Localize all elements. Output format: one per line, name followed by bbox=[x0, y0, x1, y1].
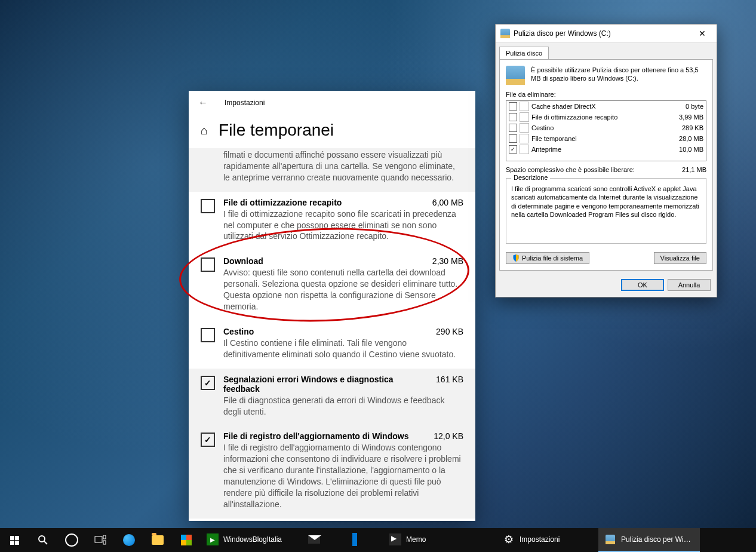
close-icon[interactable]: ✕ bbox=[690, 25, 714, 42]
files-to-delete-label: File da eliminare: bbox=[506, 91, 706, 98]
file-name: Cestino bbox=[531, 124, 680, 131]
taskbar-task[interactable] bbox=[343, 528, 383, 552]
taskbar-task[interactable] bbox=[302, 528, 343, 552]
task-label: WindowsBlogItalia bbox=[223, 535, 282, 544]
tab-cleanup[interactable]: Pulizia disco bbox=[499, 47, 549, 59]
item-description: I file di ottimizzazione recapito sono f… bbox=[223, 208, 463, 243]
checkbox[interactable] bbox=[201, 257, 215, 272]
drive-icon bbox=[506, 66, 525, 85]
checkbox[interactable] bbox=[509, 145, 517, 154]
home-icon[interactable]: ⌂ bbox=[201, 124, 208, 137]
app-icon: ▶ bbox=[207, 533, 219, 545]
description-text: I file di programma scaricati sono contr… bbox=[511, 185, 701, 219]
info-text: È possibile utilizzare Pulizia disco per… bbox=[531, 66, 706, 83]
settings-window: ← Impostazioni ⌂ File temporanei filmati… bbox=[189, 91, 475, 521]
item-title: File di ottimizzazione recapito bbox=[223, 198, 342, 207]
svg-rect-4 bbox=[103, 541, 106, 544]
titlebar[interactable]: Pulizia disco per Windows (C:) ✕ bbox=[496, 24, 717, 43]
item-description: I file di registro dell'aggiornamento di… bbox=[223, 442, 463, 510]
taskbar-task[interactable]: ▶WindowsBlogItalia bbox=[201, 528, 302, 552]
memo-icon bbox=[389, 533, 401, 545]
item-size: 290 KB bbox=[436, 327, 463, 336]
file-icon bbox=[520, 123, 529, 133]
app-icon bbox=[349, 533, 361, 545]
checkbox[interactable] bbox=[509, 113, 517, 121]
taskbar-task[interactable]: Memo bbox=[383, 528, 485, 552]
edge-button[interactable] bbox=[115, 528, 143, 552]
view-files-label: Visualizza file bbox=[660, 254, 700, 262]
item-title: File di registro dell'aggiornamento di W… bbox=[223, 431, 408, 441]
tab-content: È possibile utilizzare Pulizia disco per… bbox=[499, 59, 713, 271]
task-label: Pulizia disco per Wi… bbox=[621, 535, 691, 544]
view-files-button[interactable]: Visualizza file bbox=[654, 252, 706, 264]
mail-icon bbox=[308, 533, 320, 545]
file-name: Cache shader DirectX bbox=[531, 103, 683, 110]
temp-file-item[interactable]: filmati e documenti affinché possano ess… bbox=[189, 148, 475, 192]
task-view-button[interactable] bbox=[86, 528, 115, 552]
file-row[interactable]: Cestino289 KB bbox=[506, 122, 706, 133]
file-name: Anteprime bbox=[531, 146, 677, 153]
cancel-button[interactable]: Annulla bbox=[668, 279, 711, 291]
file-row[interactable]: File temporanei28,0 MB bbox=[506, 133, 706, 144]
page-title: File temporanei bbox=[219, 121, 334, 140]
temp-files-list[interactable]: filmati e documenti affinché possano ess… bbox=[189, 148, 475, 521]
file-name: File temporanei bbox=[531, 135, 677, 142]
search-button[interactable] bbox=[29, 528, 57, 552]
temp-file-item[interactable]: Download2,30 MBAvviso: questi file sono … bbox=[197, 250, 467, 321]
file-icon bbox=[520, 145, 529, 154]
total-label: Spazio complessivo che è possibile liber… bbox=[506, 166, 635, 173]
item-size: 2,30 MB bbox=[432, 256, 463, 266]
window-title: Pulizia disco per Windows (C:) bbox=[514, 29, 611, 38]
gear-icon: ⚙ bbox=[503, 533, 515, 545]
item-description: File di diagnostica generati da errori d… bbox=[223, 395, 463, 418]
item-size: 12,0 KB bbox=[434, 431, 463, 441]
checkbox[interactable] bbox=[509, 124, 517, 132]
item-size: 6,00 MB bbox=[432, 198, 463, 207]
checkbox[interactable] bbox=[201, 376, 215, 390]
item-title: Segnalazioni errori Windows e diagnostic… bbox=[223, 375, 431, 394]
temp-file-item[interactable]: File di ottimizzazione recapito6,00 MBI … bbox=[197, 192, 467, 251]
file-size: 0 byte bbox=[686, 103, 703, 110]
task-label: Memo bbox=[406, 535, 426, 544]
svg-rect-2 bbox=[95, 536, 102, 542]
back-icon[interactable]: ← bbox=[198, 97, 208, 108]
cortana-icon bbox=[65, 533, 78, 547]
item-description: Avviso: questi file sono contenuti nella… bbox=[223, 267, 463, 312]
shield-icon bbox=[512, 254, 520, 262]
file-list[interactable]: Cache shader DirectX0 byteFile di ottimi… bbox=[506, 100, 706, 161]
file-icon bbox=[520, 134, 529, 143]
item-title: Download bbox=[223, 256, 263, 266]
disk-icon bbox=[500, 29, 510, 38]
store-icon bbox=[181, 535, 192, 545]
file-size: 28,0 MB bbox=[679, 135, 703, 142]
edge-icon bbox=[123, 534, 135, 546]
explorer-button[interactable] bbox=[143, 528, 172, 552]
cortana-button[interactable] bbox=[57, 528, 86, 552]
checkbox[interactable] bbox=[201, 433, 215, 447]
checkbox[interactable] bbox=[201, 328, 215, 342]
description-title: Descrizione bbox=[511, 174, 550, 181]
file-row[interactable]: File di ottimizzazione recapito3,99 MB bbox=[506, 112, 706, 122]
item-description: filmati e documenti affinché possano ess… bbox=[223, 149, 463, 183]
file-row[interactable]: Cache shader DirectX0 byte bbox=[506, 101, 706, 112]
file-size: 289 KB bbox=[682, 124, 703, 131]
item-description: Il Cestino contiene i file eliminati. Ta… bbox=[223, 338, 463, 360]
ok-button[interactable]: OK bbox=[621, 279, 664, 291]
item-size: 161 KB bbox=[436, 375, 463, 394]
temp-file-item[interactable]: Cestino290 KBIl Cestino contiene i file … bbox=[197, 321, 467, 369]
checkbox[interactable] bbox=[509, 134, 517, 143]
start-button[interactable] bbox=[0, 528, 29, 552]
checkbox[interactable] bbox=[201, 199, 215, 213]
task-label: Impostazioni bbox=[520, 535, 560, 544]
temp-file-item[interactable]: Segnalazioni errori Windows e diagnostic… bbox=[189, 369, 475, 426]
total-value: 21,1 MB bbox=[682, 166, 706, 173]
system-files-button[interactable]: Pulizia file di sistema bbox=[506, 252, 589, 264]
checkbox[interactable] bbox=[509, 102, 517, 111]
task-view-icon bbox=[94, 535, 106, 545]
taskbar-task[interactable]: Pulizia disco per Wi… bbox=[598, 528, 700, 552]
file-row[interactable]: Anteprime10,0 MB bbox=[506, 144, 706, 155]
item-title: Cestino bbox=[223, 327, 254, 336]
temp-file-item[interactable]: File di registro dell'aggiornamento di W… bbox=[189, 425, 475, 518]
store-button[interactable] bbox=[172, 528, 201, 552]
taskbar-task[interactable]: ⚙Impostazioni bbox=[497, 528, 598, 552]
